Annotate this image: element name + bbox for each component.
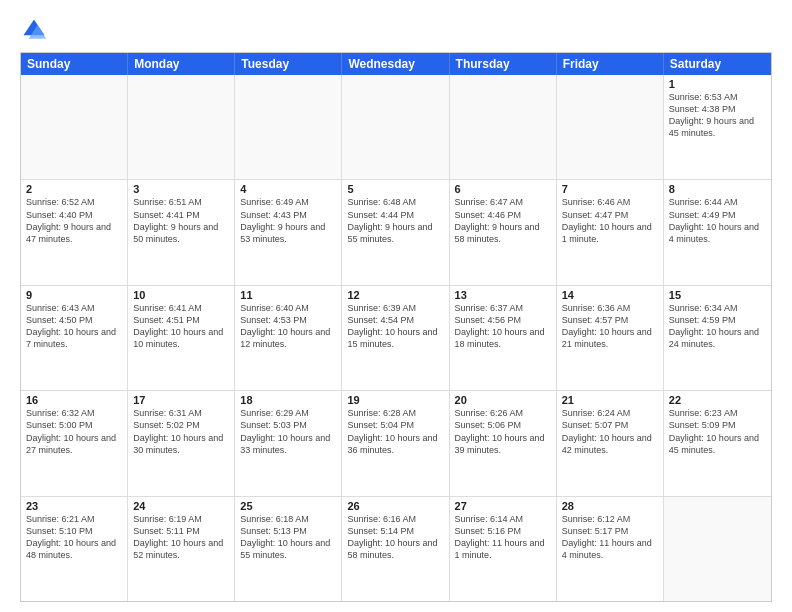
cal-cell (664, 497, 771, 601)
day-info: Sunrise: 6:14 AM Sunset: 5:16 PM Dayligh… (455, 513, 551, 562)
logo-icon (20, 16, 48, 44)
cal-cell (450, 75, 557, 179)
day-number: 15 (669, 289, 766, 301)
day-number: 12 (347, 289, 443, 301)
day-info: Sunrise: 6:48 AM Sunset: 4:44 PM Dayligh… (347, 196, 443, 245)
day-info: Sunrise: 6:40 AM Sunset: 4:53 PM Dayligh… (240, 302, 336, 351)
cal-cell: 12Sunrise: 6:39 AM Sunset: 4:54 PM Dayli… (342, 286, 449, 390)
cal-cell: 8Sunrise: 6:44 AM Sunset: 4:49 PM Daylig… (664, 180, 771, 284)
cal-cell: 16Sunrise: 6:32 AM Sunset: 5:00 PM Dayli… (21, 391, 128, 495)
day-number: 25 (240, 500, 336, 512)
day-info: Sunrise: 6:39 AM Sunset: 4:54 PM Dayligh… (347, 302, 443, 351)
day-info: Sunrise: 6:24 AM Sunset: 5:07 PM Dayligh… (562, 407, 658, 456)
day-info: Sunrise: 6:32 AM Sunset: 5:00 PM Dayligh… (26, 407, 122, 456)
day-number: 2 (26, 183, 122, 195)
cal-cell: 10Sunrise: 6:41 AM Sunset: 4:51 PM Dayli… (128, 286, 235, 390)
cal-cell: 26Sunrise: 6:16 AM Sunset: 5:14 PM Dayli… (342, 497, 449, 601)
day-info: Sunrise: 6:31 AM Sunset: 5:02 PM Dayligh… (133, 407, 229, 456)
header-day-saturday: Saturday (664, 53, 771, 75)
day-info: Sunrise: 6:47 AM Sunset: 4:46 PM Dayligh… (455, 196, 551, 245)
day-number: 13 (455, 289, 551, 301)
cal-cell: 23Sunrise: 6:21 AM Sunset: 5:10 PM Dayli… (21, 497, 128, 601)
day-info: Sunrise: 6:21 AM Sunset: 5:10 PM Dayligh… (26, 513, 122, 562)
day-info: Sunrise: 6:19 AM Sunset: 5:11 PM Dayligh… (133, 513, 229, 562)
cal-cell: 19Sunrise: 6:28 AM Sunset: 5:04 PM Dayli… (342, 391, 449, 495)
cal-cell (557, 75, 664, 179)
cal-cell: 1Sunrise: 6:53 AM Sunset: 4:38 PM Daylig… (664, 75, 771, 179)
day-info: Sunrise: 6:53 AM Sunset: 4:38 PM Dayligh… (669, 91, 766, 140)
cal-cell: 9Sunrise: 6:43 AM Sunset: 4:50 PM Daylig… (21, 286, 128, 390)
calendar: SundayMondayTuesdayWednesdayThursdayFrid… (20, 52, 772, 602)
page: SundayMondayTuesdayWednesdayThursdayFrid… (0, 0, 792, 612)
cal-cell: 25Sunrise: 6:18 AM Sunset: 5:13 PM Dayli… (235, 497, 342, 601)
cal-cell: 21Sunrise: 6:24 AM Sunset: 5:07 PM Dayli… (557, 391, 664, 495)
cal-cell: 6Sunrise: 6:47 AM Sunset: 4:46 PM Daylig… (450, 180, 557, 284)
day-info: Sunrise: 6:28 AM Sunset: 5:04 PM Dayligh… (347, 407, 443, 456)
day-info: Sunrise: 6:51 AM Sunset: 4:41 PM Dayligh… (133, 196, 229, 245)
cal-cell: 5Sunrise: 6:48 AM Sunset: 4:44 PM Daylig… (342, 180, 449, 284)
calendar-header: SundayMondayTuesdayWednesdayThursdayFrid… (21, 53, 771, 75)
day-info: Sunrise: 6:36 AM Sunset: 4:57 PM Dayligh… (562, 302, 658, 351)
day-info: Sunrise: 6:37 AM Sunset: 4:56 PM Dayligh… (455, 302, 551, 351)
day-info: Sunrise: 6:34 AM Sunset: 4:59 PM Dayligh… (669, 302, 766, 351)
day-number: 9 (26, 289, 122, 301)
cal-cell: 24Sunrise: 6:19 AM Sunset: 5:11 PM Dayli… (128, 497, 235, 601)
cal-cell: 17Sunrise: 6:31 AM Sunset: 5:02 PM Dayli… (128, 391, 235, 495)
day-number: 22 (669, 394, 766, 406)
day-info: Sunrise: 6:43 AM Sunset: 4:50 PM Dayligh… (26, 302, 122, 351)
day-info: Sunrise: 6:12 AM Sunset: 5:17 PM Dayligh… (562, 513, 658, 562)
day-info: Sunrise: 6:18 AM Sunset: 5:13 PM Dayligh… (240, 513, 336, 562)
header-day-friday: Friday (557, 53, 664, 75)
cal-cell: 4Sunrise: 6:49 AM Sunset: 4:43 PM Daylig… (235, 180, 342, 284)
week-row-3: 16Sunrise: 6:32 AM Sunset: 5:00 PM Dayli… (21, 391, 771, 496)
day-number: 18 (240, 394, 336, 406)
day-info: Sunrise: 6:41 AM Sunset: 4:51 PM Dayligh… (133, 302, 229, 351)
day-info: Sunrise: 6:16 AM Sunset: 5:14 PM Dayligh… (347, 513, 443, 562)
week-row-0: 1Sunrise: 6:53 AM Sunset: 4:38 PM Daylig… (21, 75, 771, 180)
cal-cell: 20Sunrise: 6:26 AM Sunset: 5:06 PM Dayli… (450, 391, 557, 495)
logo (20, 16, 52, 44)
week-row-1: 2Sunrise: 6:52 AM Sunset: 4:40 PM Daylig… (21, 180, 771, 285)
day-number: 19 (347, 394, 443, 406)
header-day-sunday: Sunday (21, 53, 128, 75)
header-day-wednesday: Wednesday (342, 53, 449, 75)
header-day-monday: Monday (128, 53, 235, 75)
day-number: 21 (562, 394, 658, 406)
cal-cell: 2Sunrise: 6:52 AM Sunset: 4:40 PM Daylig… (21, 180, 128, 284)
header (20, 16, 772, 44)
cal-cell (21, 75, 128, 179)
header-day-tuesday: Tuesday (235, 53, 342, 75)
day-number: 24 (133, 500, 229, 512)
day-number: 27 (455, 500, 551, 512)
cal-cell (342, 75, 449, 179)
cal-cell (235, 75, 342, 179)
day-number: 26 (347, 500, 443, 512)
day-number: 8 (669, 183, 766, 195)
day-number: 23 (26, 500, 122, 512)
day-number: 6 (455, 183, 551, 195)
cal-cell: 3Sunrise: 6:51 AM Sunset: 4:41 PM Daylig… (128, 180, 235, 284)
header-day-thursday: Thursday (450, 53, 557, 75)
cal-cell: 27Sunrise: 6:14 AM Sunset: 5:16 PM Dayli… (450, 497, 557, 601)
day-number: 16 (26, 394, 122, 406)
day-info: Sunrise: 6:44 AM Sunset: 4:49 PM Dayligh… (669, 196, 766, 245)
calendar-body: 1Sunrise: 6:53 AM Sunset: 4:38 PM Daylig… (21, 75, 771, 601)
cal-cell: 15Sunrise: 6:34 AM Sunset: 4:59 PM Dayli… (664, 286, 771, 390)
day-number: 11 (240, 289, 336, 301)
day-number: 4 (240, 183, 336, 195)
cal-cell (128, 75, 235, 179)
day-number: 5 (347, 183, 443, 195)
day-number: 14 (562, 289, 658, 301)
day-number: 17 (133, 394, 229, 406)
day-info: Sunrise: 6:49 AM Sunset: 4:43 PM Dayligh… (240, 196, 336, 245)
cal-cell: 14Sunrise: 6:36 AM Sunset: 4:57 PM Dayli… (557, 286, 664, 390)
cal-cell: 13Sunrise: 6:37 AM Sunset: 4:56 PM Dayli… (450, 286, 557, 390)
day-number: 20 (455, 394, 551, 406)
day-info: Sunrise: 6:26 AM Sunset: 5:06 PM Dayligh… (455, 407, 551, 456)
day-number: 28 (562, 500, 658, 512)
day-number: 3 (133, 183, 229, 195)
week-row-4: 23Sunrise: 6:21 AM Sunset: 5:10 PM Dayli… (21, 497, 771, 601)
day-number: 10 (133, 289, 229, 301)
cal-cell: 18Sunrise: 6:29 AM Sunset: 5:03 PM Dayli… (235, 391, 342, 495)
week-row-2: 9Sunrise: 6:43 AM Sunset: 4:50 PM Daylig… (21, 286, 771, 391)
